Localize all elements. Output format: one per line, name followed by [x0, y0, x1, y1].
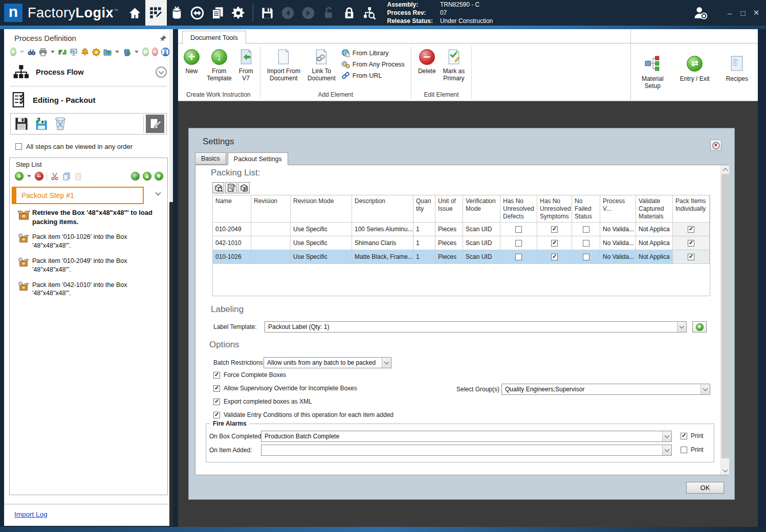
column-header[interactable]: Description: [352, 195, 413, 223]
on-box-completed-select[interactable]: Production Batch Complete: [261, 431, 672, 442]
table-cell[interactable]: [537, 236, 572, 250]
left-panel-scrollbar-thumb[interactable]: [169, 202, 173, 526]
save-document-icon[interactable]: [13, 115, 30, 132]
back-icon[interactable]: [278, 3, 298, 23]
add-dropdown-caret[interactable]: [20, 51, 24, 53]
export-xml-option[interactable]: Export completed boxes as XML: [213, 398, 312, 405]
entry-exit-button[interactable]: ⇄ Entry / Exit: [676, 50, 713, 83]
select-groups-select[interactable]: Quality Engineers;Supervisor: [501, 384, 710, 395]
on-item-added-select[interactable]: [261, 445, 672, 456]
table-cell[interactable]: 100 Series Aluminu...: [352, 223, 413, 236]
row-checkbox[interactable]: [515, 226, 522, 233]
tab-document-tools[interactable]: Document Tools: [182, 31, 246, 44]
trash-export-icon[interactable]: [123, 48, 131, 56]
from-any-process-item[interactable]: From Any Process: [341, 60, 405, 69]
edit-work-instruction-button[interactable]: [146, 115, 164, 133]
row-checkbox[interactable]: [688, 254, 694, 260]
column-header[interactable]: Name: [213, 195, 251, 223]
validate-entry-conditions-option[interactable]: Validate Entry Conditions of this operat…: [213, 411, 393, 418]
pin-icon[interactable]: [160, 35, 167, 42]
column-header[interactable]: Quantity: [413, 195, 435, 223]
recipes-button[interactable]: Recipes: [723, 50, 752, 83]
save-icon[interactable]: [257, 3, 278, 23]
selected-step[interactable]: Packout Step #1: [12, 187, 144, 204]
row-checkbox[interactable]: [688, 240, 694, 247]
refresh-icon[interactable]: ⇄: [142, 48, 148, 56]
close-button[interactable]: ✕: [750, 8, 763, 17]
step-list-item[interactable]: Pack item '042-1010' into the Box '48"x4…: [15, 281, 164, 298]
column-header[interactable]: No Failed Status: [572, 195, 600, 223]
validate-entry-conditions-checkbox[interactable]: [213, 412, 220, 418]
row-checkbox[interactable]: [583, 240, 589, 247]
force-complete-boxes-option[interactable]: Force Complete Boxes: [213, 371, 286, 379]
scroll-up-icon[interactable]: [721, 165, 730, 174]
tab-basics[interactable]: Basics: [195, 152, 226, 165]
box-search-icon[interactable]: [212, 182, 224, 193]
table-cell[interactable]: [673, 223, 710, 236]
cut-icon[interactable]: [50, 172, 59, 181]
table-cell[interactable]: Pieces: [435, 250, 463, 264]
copy-icon[interactable]: [62, 172, 71, 181]
material-setup-button[interactable]: Material Setup: [638, 50, 667, 90]
from-url-item[interactable]: From URL: [341, 71, 405, 80]
dropdown-arrow-icon[interactable]: [677, 322, 686, 332]
column-header[interactable]: Verification Mode: [463, 195, 500, 223]
ok-button[interactable]: OK: [686, 482, 724, 494]
column-header[interactable]: Pack Items Individually: [673, 195, 710, 223]
table-cell[interactable]: Pieces: [435, 223, 463, 236]
unlock-icon[interactable]: [319, 3, 339, 23]
documents-icon[interactable]: [208, 3, 228, 23]
table-cell[interactable]: Pieces: [435, 236, 463, 250]
table-cell[interactable]: Not Applica: [636, 223, 673, 236]
add-step-caret[interactable]: [27, 175, 31, 178]
table-cell[interactable]: Scan UID: [463, 223, 500, 236]
column-header[interactable]: Process V...: [600, 195, 636, 223]
folder-dropdown-caret[interactable]: [115, 51, 119, 53]
delete-button[interactable]: − Delete: [414, 45, 440, 75]
step-list-item[interactable]: Retrieve the Box '48"x48"x48"' to load p…: [15, 208, 164, 226]
import-log-link[interactable]: Import Log: [14, 511, 48, 518]
table-cell[interactable]: [537, 250, 572, 264]
column-header[interactable]: Revision Mode: [291, 195, 352, 223]
folder-export-icon[interactable]: [103, 48, 112, 56]
box-remove-icon[interactable]: [238, 182, 250, 193]
from-template-button[interactable]: ↓ From Template: [203, 45, 235, 82]
on-box-print-option[interactable]: Print: [681, 432, 704, 439]
table-cell[interactable]: Shimano Claris: [352, 236, 413, 250]
dialog-scrollbar-thumb[interactable]: [721, 174, 729, 458]
table-cell[interactable]: [500, 223, 537, 236]
materials-icon[interactable]: [167, 3, 187, 23]
row-checkbox[interactable]: [583, 254, 589, 260]
save-import-icon[interactable]: [32, 115, 50, 132]
step-list-item[interactable]: Pack item '010-2049' into the Box '48"x4…: [15, 257, 164, 274]
presentation-icon[interactable]: [70, 48, 78, 56]
table-cell[interactable]: [673, 236, 710, 250]
table-cell[interactable]: No Valida...: [600, 223, 636, 236]
forward-icon[interactable]: [298, 3, 319, 23]
row-checkbox[interactable]: [583, 226, 589, 233]
table-cell[interactable]: 1: [413, 250, 435, 264]
table-cell[interactable]: No Valida...: [600, 236, 636, 250]
table-cell[interactable]: Matte Black, Frame...: [352, 250, 413, 264]
row-checkbox[interactable]: [688, 226, 694, 233]
maximize-button[interactable]: □: [736, 9, 750, 17]
force-complete-boxes-checkbox[interactable]: [213, 372, 220, 379]
link-to-document-button[interactable]: Link To Document: [304, 45, 339, 82]
print-dropdown-caret[interactable]: [51, 51, 55, 53]
supervisory-override-option[interactable]: Allow Supervisory Override for Incomplet…: [213, 385, 357, 392]
table-cell[interactable]: Not Applica: [636, 236, 673, 250]
column-header[interactable]: Unit of Issue: [435, 195, 463, 223]
process-search-icon[interactable]: [360, 3, 380, 23]
table-cell[interactable]: Use Specific: [291, 223, 352, 236]
label-template-select[interactable]: Packout Label (Qty: 1): [265, 321, 687, 332]
table-cell[interactable]: Scan UID: [463, 236, 500, 250]
export-xml-checkbox[interactable]: [213, 398, 220, 405]
table-cell[interactable]: 1: [413, 236, 435, 250]
row-checkbox[interactable]: [551, 226, 558, 233]
table-cell[interactable]: [572, 250, 600, 264]
table-cell[interactable]: [251, 223, 291, 236]
table-cell[interactable]: [251, 250, 291, 264]
process-flow-row[interactable]: Process Flow: [4, 59, 173, 85]
table-cell[interactable]: [572, 236, 600, 250]
row-checkbox[interactable]: [551, 240, 558, 247]
